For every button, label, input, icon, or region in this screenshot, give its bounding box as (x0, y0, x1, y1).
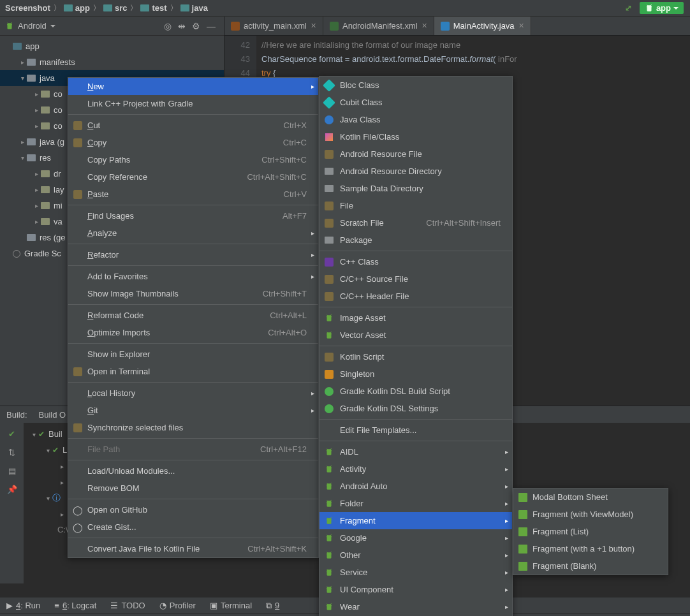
menu-item-fragment[interactable]: Fragment▸ (319, 512, 512, 529)
menu-item-service[interactable]: Service▸ (319, 564, 512, 581)
minimize-icon[interactable]: — (203, 20, 219, 33)
pin-icon[interactable]: 📌 (7, 485, 17, 494)
toolwin-9[interactable]: ⧉ 9 (266, 601, 279, 611)
menu-item-remove-bom[interactable]: Remove BOM (68, 480, 318, 497)
toolwin-run[interactable]: ▶ 4: Run (6, 601, 40, 610)
menu-item-scratch-file[interactable]: Scratch FileCtrl+Alt+Shift+Insert (319, 214, 512, 231)
menu-item-android-resource-directory[interactable]: Android Resource Directory (319, 163, 512, 180)
menu-item-bloc-class[interactable]: Bloc Class (319, 77, 512, 94)
menu-item-folder[interactable]: Folder▸ (319, 495, 512, 512)
menu-item-cut[interactable]: CutCtrl+X (68, 117, 318, 134)
menu-item-fragment-with-a-1-button-[interactable]: Fragment (with a +1 button) (513, 540, 690, 557)
menu-item-add-to-favorites[interactable]: Add to Favorites▸ (68, 268, 318, 285)
run-config-dropdown[interactable]: app (640, 2, 684, 14)
breadcrumb-item-4[interactable]: java (180, 3, 208, 13)
menu-item-package[interactable]: Package (319, 231, 512, 249)
menu-item-file[interactable]: File (319, 197, 512, 214)
toolwin-profiler[interactable]: ◔ Profiler (159, 601, 196, 610)
toolwin-todo[interactable]: ☰ TODO (110, 601, 145, 610)
menu-item-new[interactable]: New▸ (68, 78, 318, 95)
menu-item-copy-paths[interactable]: Copy PathsCtrl+Shift+C (68, 151, 318, 168)
menu-item-open-in-terminal[interactable]: Open in Terminal (68, 363, 318, 380)
menu-item-gradle-kotlin-dsl-settings[interactable]: Gradle Kotlin DSL Settings (319, 400, 512, 417)
make-project-icon[interactable]: ⤢ (625, 3, 632, 13)
menu-item-local-history[interactable]: Local History▸ (68, 385, 318, 402)
build-tab[interactable]: Build: (6, 410, 27, 420)
tree-twist-icon[interactable] (32, 202, 41, 209)
menu-item-fragment-blank-[interactable]: Fragment (Blank) (513, 557, 690, 575)
tab-MainActivity-java[interactable]: MainActivity.java✕ (434, 17, 531, 35)
tab-AndroidManifest-xml[interactable]: AndroidManifest.xml✕ (323, 17, 434, 35)
close-tab-icon[interactable]: ✕ (422, 22, 427, 30)
tree-twist-icon[interactable] (32, 106, 41, 114)
tree-node-app[interactable]: app (0, 38, 224, 54)
menu-item-activity[interactable]: Activity▸ (319, 460, 512, 478)
menu-item-wear[interactable]: Wear▸ (319, 598, 512, 615)
menu-item-link-c-project-with-gradle[interactable]: Link C++ Project with Gradle (68, 95, 318, 112)
menu-item-git[interactable]: Git▸ (68, 402, 318, 419)
menu-item-reformat-code[interactable]: Reformat CodeCtrl+Alt+L (68, 307, 318, 324)
layout-icon[interactable]: ▤ (8, 466, 16, 476)
tree-twist-icon[interactable] (32, 91, 41, 98)
menu-item-show-image-thumbnails[interactable]: Show Image ThumbnailsCtrl+Shift+T (68, 285, 318, 302)
menu-item-cubit-class[interactable]: Cubit Class (319, 94, 512, 111)
menu-item-copy-reference[interactable]: Copy ReferenceCtrl+Alt+Shift+C (68, 168, 318, 186)
menu-item-optimize-imports[interactable]: Optimize ImportsCtrl+Alt+O (68, 324, 318, 341)
menu-item-refactor[interactable]: Refactor▸ (68, 246, 318, 263)
menu-item-c-c-header-file[interactable]: C/C++ Header File (319, 288, 512, 305)
toolwin-logcat[interactable]: ≡ 6: Logcat (54, 601, 96, 610)
menu-item-modal-bottom-sheet[interactable]: Modal Bottom Sheet (513, 488, 690, 506)
tab-activity_main-xml[interactable]: activity_main.xml✕ (224, 17, 323, 35)
menu-item-ui-component[interactable]: UI Component▸ (319, 581, 512, 598)
menu-item-fragment-with-viewmodel-[interactable]: Fragment (with ViewModel) (513, 506, 690, 523)
menu-item-android-auto[interactable]: Android Auto▸ (319, 478, 512, 495)
gear-icon[interactable]: ⚙ (189, 20, 203, 33)
tree-twist-icon[interactable] (18, 138, 27, 145)
menu-item-c-c-source-file[interactable]: C/C++ Source File (319, 270, 512, 288)
tree-twist-icon[interactable] (18, 154, 27, 161)
tree-twist-icon[interactable] (32, 218, 41, 225)
menu-item-analyze[interactable]: Analyze▸ (68, 224, 318, 242)
tree-node-manifests[interactable]: manifests (0, 54, 224, 70)
project-view-selector[interactable]: Android (5, 21, 55, 31)
menu-item-kotlin-file-class[interactable]: Kotlin File/Class (319, 128, 512, 145)
menu-item-java-class[interactable]: Java Class (319, 111, 512, 128)
menu-item-load-unload-modules-[interactable]: Load/Unload Modules... (68, 462, 318, 480)
breadcrumb-item-1[interactable]: app (64, 3, 90, 13)
menu-item-copy[interactable]: CopyCtrl+C (68, 134, 318, 151)
menu-item-synchronize-selected-files[interactable]: Synchronize selected files (68, 419, 318, 436)
tree-twist-icon[interactable] (18, 75, 27, 82)
menu-item-aidl[interactable]: AIDL▸ (319, 443, 512, 460)
menu-item-open-on-github[interactable]: ◯Open on GitHub (68, 501, 318, 518)
tree-twist-icon[interactable] (32, 186, 41, 193)
breadcrumb-item-2[interactable]: src (103, 3, 128, 13)
close-tab-icon[interactable]: ✕ (311, 22, 316, 30)
menu-item-create-gist-[interactable]: ◯Create Gist... (68, 518, 318, 536)
toggle-up-icon[interactable]: ⇅ (8, 448, 15, 457)
menu-item-kotlin-script[interactable]: Kotlin Script (319, 348, 512, 365)
menu-item-fragment-list-[interactable]: Fragment (List) (513, 523, 690, 540)
menu-item-singleton[interactable]: Singleton (319, 365, 512, 383)
menu-item-sample-data-directory[interactable]: Sample Data Directory (319, 180, 512, 197)
menu-item-paste[interactable]: PasteCtrl+V (68, 186, 318, 203)
menu-item-gradle-kotlin-dsl-build-script[interactable]: Gradle Kotlin DSL Build Script (319, 383, 512, 400)
menu-item-image-asset[interactable]: Image Asset (319, 309, 512, 326)
collapse-icon[interactable]: ⇹ (175, 20, 189, 33)
menu-item-google[interactable]: Google▸ (319, 529, 512, 546)
menu-item-edit-file-templates-[interactable]: Edit File Templates... (319, 422, 512, 439)
check-icon[interactable]: ✔ (8, 429, 15, 439)
close-tab-icon[interactable]: ✕ (518, 22, 524, 30)
build-output-tab[interactable]: Build O (39, 410, 66, 420)
tree-twist-icon[interactable] (32, 170, 41, 177)
toolwin-terminal[interactable]: ▣ Terminal (210, 601, 252, 610)
tree-twist-icon[interactable] (18, 59, 27, 66)
menu-item-convert-java-file-to-kotlin-file[interactable]: Convert Java File to Kotlin FileCtrl+Alt… (68, 540, 318, 557)
menu-item-android-resource-file[interactable]: Android Resource File (319, 145, 512, 163)
menu-item-c-class[interactable]: C++ Class (319, 253, 512, 270)
menu-item-show-in-explorer[interactable]: Show in Explorer (68, 346, 318, 363)
menu-item-vector-asset[interactable]: Vector Asset (319, 326, 512, 344)
breadcrumb-item-0[interactable]: Screenshot (5, 3, 50, 13)
tree-twist-icon[interactable] (32, 122, 41, 129)
target-icon[interactable]: ◎ (161, 20, 175, 33)
breadcrumb-item-3[interactable]: test (140, 3, 166, 13)
